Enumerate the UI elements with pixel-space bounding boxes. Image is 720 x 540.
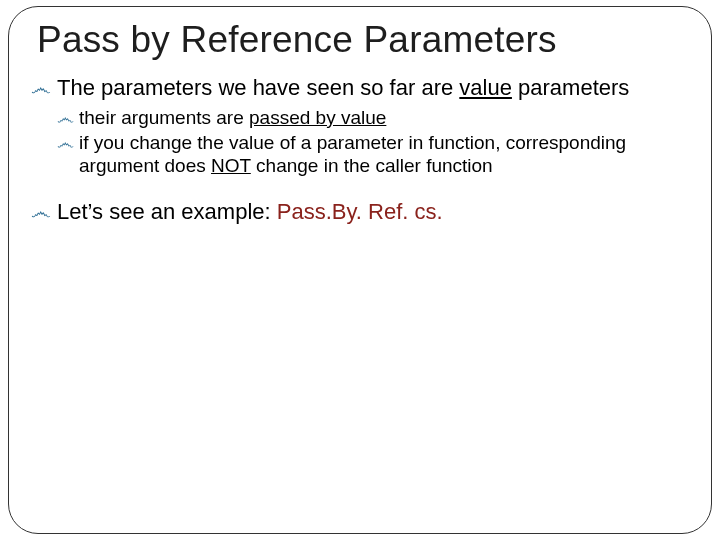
- bullet-1: ෴ The parameters we have seen so far are…: [31, 75, 689, 102]
- bullet-1-text: The parameters we have seen so far are v…: [57, 75, 629, 102]
- bullet-group-1: ෴ The parameters we have seen so far are…: [31, 75, 689, 177]
- file-reference: Pass.By. Ref. cs.: [277, 199, 443, 224]
- bullet-icon: ෴: [57, 108, 74, 128]
- slide-title: Pass by Reference Parameters: [37, 19, 689, 61]
- bullet-1a: ෴ their arguments are passed by value: [57, 106, 689, 129]
- bullet-2-text: Let’s see an example: Pass.By. Ref. cs.: [57, 199, 443, 226]
- bullet-2: ෴ Let’s see an example: Pass.By. Ref. cs…: [31, 199, 689, 226]
- bullet-1a-text: their arguments are passed by value: [79, 106, 386, 129]
- slide-frame: Pass by Reference Parameters ෴ The param…: [8, 6, 712, 534]
- bullet-icon: ෴: [57, 133, 74, 153]
- bullet-icon: ෴: [31, 201, 51, 224]
- bullet-1b: ෴ if you change the value of a parameter…: [57, 131, 689, 177]
- bullet-1b-text: if you change the value of a parameter i…: [79, 131, 689, 177]
- bullet-icon: ෴: [31, 77, 51, 100]
- slide: Pass by Reference Parameters ෴ The param…: [0, 0, 720, 540]
